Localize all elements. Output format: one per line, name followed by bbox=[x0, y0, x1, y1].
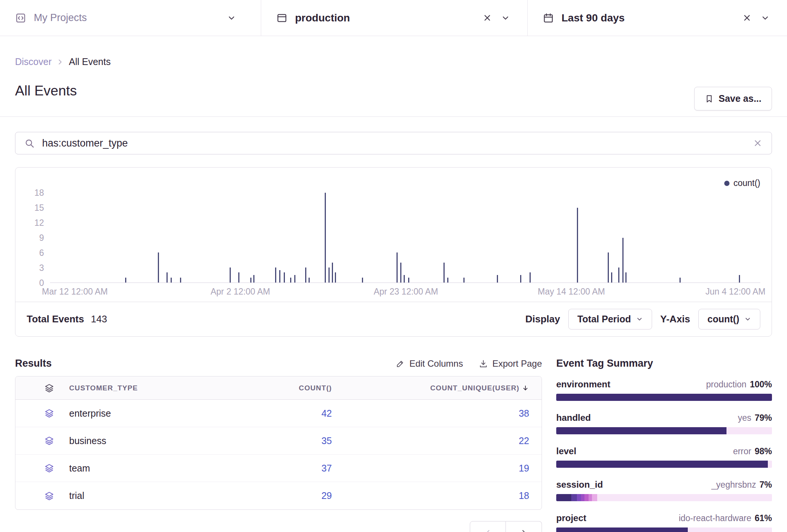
discover-page: My Projects production bbox=[0, 0, 787, 532]
tag-bar-segment bbox=[726, 427, 772, 434]
stack-icon bbox=[44, 383, 54, 393]
results-heading: Results bbox=[15, 358, 52, 369]
tag-bar-segment bbox=[581, 494, 584, 501]
legend-label: count() bbox=[733, 178, 760, 188]
total-events-value: 143 bbox=[91, 313, 107, 325]
environment-selector-label: production bbox=[295, 12, 350, 24]
edit-columns-label: Edit Columns bbox=[409, 358, 463, 369]
chart-bar bbox=[294, 275, 295, 283]
chart-bar bbox=[408, 278, 409, 283]
chart-bar bbox=[125, 278, 126, 283]
save-as-label: Save as... bbox=[719, 93, 761, 104]
chart-bar bbox=[253, 275, 254, 283]
chart-bar bbox=[284, 272, 285, 283]
chart-bar bbox=[447, 278, 448, 283]
project-selector[interactable]: My Projects bbox=[0, 0, 261, 36]
tag-distribution-bar[interactable] bbox=[556, 461, 772, 468]
tag-top-value: production bbox=[706, 379, 746, 389]
next-page-button[interactable] bbox=[506, 521, 542, 532]
tag-bar-segment bbox=[597, 494, 772, 501]
tag-block: handled yes79% bbox=[556, 413, 772, 434]
chart-bar bbox=[279, 270, 280, 283]
tag-block: environment production100% bbox=[556, 379, 772, 401]
events-bar-chart[interactable] bbox=[50, 193, 760, 283]
environment-selector[interactable]: production bbox=[261, 0, 527, 36]
tag-percent: 79% bbox=[755, 413, 772, 423]
chart-bar bbox=[625, 272, 627, 283]
clear-environment-icon[interactable] bbox=[483, 13, 492, 23]
search-bar bbox=[15, 132, 772, 154]
tag-percent: 98% bbox=[755, 446, 772, 456]
calendar-icon bbox=[543, 12, 554, 24]
cell-count-unique-link[interactable]: 19 bbox=[519, 463, 542, 474]
chart-bar bbox=[680, 278, 681, 283]
x-axis-tick: Mar 12 12:00 AM bbox=[42, 287, 108, 297]
tag-name[interactable]: project bbox=[556, 513, 586, 523]
event-tag-summary: Event Tag Summary environment production… bbox=[556, 358, 772, 532]
tag-percent: 100% bbox=[750, 379, 772, 389]
chart-bar bbox=[275, 268, 276, 283]
display-dropdown-value: Total Period bbox=[577, 314, 631, 325]
chart-bar bbox=[618, 268, 619, 283]
breadcrumb-discover-link[interactable]: Discover bbox=[15, 56, 51, 67]
total-events-label: Total Events bbox=[27, 313, 84, 325]
tag-distribution-bar[interactable] bbox=[556, 494, 772, 501]
cell-count-link[interactable]: 35 bbox=[321, 435, 332, 446]
chart-bar bbox=[180, 278, 181, 283]
tag-distribution-bar[interactable] bbox=[556, 527, 772, 532]
clear-search-icon[interactable] bbox=[753, 138, 763, 148]
chart-bar bbox=[230, 268, 231, 283]
edit-columns-button[interactable]: Edit Columns bbox=[396, 358, 463, 369]
search-input[interactable] bbox=[42, 138, 745, 149]
projects-icon bbox=[15, 12, 26, 24]
y-axis-label: Y-Axis bbox=[660, 313, 690, 325]
cell-count-unique-link[interactable]: 38 bbox=[519, 408, 542, 419]
column-header-customer-type[interactable]: CUSTOMER_TYPE bbox=[69, 384, 212, 392]
tag-bar-segment bbox=[556, 461, 768, 468]
tag-bar-segment bbox=[571, 494, 577, 501]
tag-top-value: yes bbox=[738, 413, 751, 423]
tag-bar-segment bbox=[768, 461, 772, 468]
cell-count-link[interactable]: 42 bbox=[321, 408, 332, 419]
display-dropdown[interactable]: Total Period bbox=[568, 309, 652, 329]
tag-name[interactable]: session_id bbox=[556, 479, 603, 490]
tag-bar-segment bbox=[688, 527, 772, 532]
y-axis-tick: 3 bbox=[39, 263, 44, 272]
save-as-button[interactable]: Save as... bbox=[694, 87, 772, 110]
tag-name[interactable]: handled bbox=[556, 413, 591, 423]
cell-count-unique-link[interactable]: 22 bbox=[519, 435, 542, 446]
x-axis-tick: Jun 4 12:00 AM bbox=[705, 287, 766, 297]
chart-bar bbox=[400, 263, 401, 283]
y-axis-tick: 6 bbox=[39, 248, 44, 257]
cell-count-link[interactable]: 29 bbox=[321, 490, 332, 501]
cell-count-link[interactable]: 37 bbox=[321, 463, 332, 474]
chart-bar bbox=[362, 278, 363, 283]
y-axis-dropdown[interactable]: count() bbox=[698, 309, 760, 329]
export-page-button[interactable]: Export Page bbox=[479, 358, 542, 369]
chart-bar bbox=[305, 268, 306, 283]
cell-count-unique-link[interactable]: 18 bbox=[519, 490, 542, 501]
chevron-down-icon[interactable] bbox=[227, 14, 236, 23]
breadcrumb: Discover All Events bbox=[15, 36, 772, 67]
chart-y-axis: 1815129630 bbox=[15, 193, 50, 283]
bookmark-icon bbox=[705, 94, 714, 103]
chart-bar bbox=[497, 275, 498, 283]
column-header-count[interactable]: COUNT() bbox=[299, 384, 332, 392]
tag-summary-heading: Event Tag Summary bbox=[556, 358, 772, 369]
tag-name[interactable]: environment bbox=[556, 379, 610, 390]
clear-date-range-icon[interactable] bbox=[742, 13, 752, 23]
tag-distribution-bar[interactable] bbox=[556, 394, 772, 401]
chart-bar bbox=[577, 208, 578, 283]
previous-page-button[interactable] bbox=[470, 521, 506, 532]
column-header-count-unique[interactable]: COUNT_UNIQUE(USER) bbox=[430, 384, 542, 392]
chart-legend[interactable]: count() bbox=[724, 178, 760, 188]
tag-name[interactable]: level bbox=[556, 446, 576, 456]
date-range-selector[interactable]: Last 90 days bbox=[528, 0, 787, 36]
tag-distribution-bar[interactable] bbox=[556, 427, 772, 434]
chevron-down-icon[interactable] bbox=[761, 14, 770, 23]
chart-bar bbox=[335, 272, 336, 283]
chevron-down-icon[interactable] bbox=[501, 14, 510, 23]
chart-bar bbox=[404, 275, 405, 283]
tag-block: level error98% bbox=[556, 446, 772, 468]
breadcrumb-current: All Events bbox=[69, 56, 110, 67]
